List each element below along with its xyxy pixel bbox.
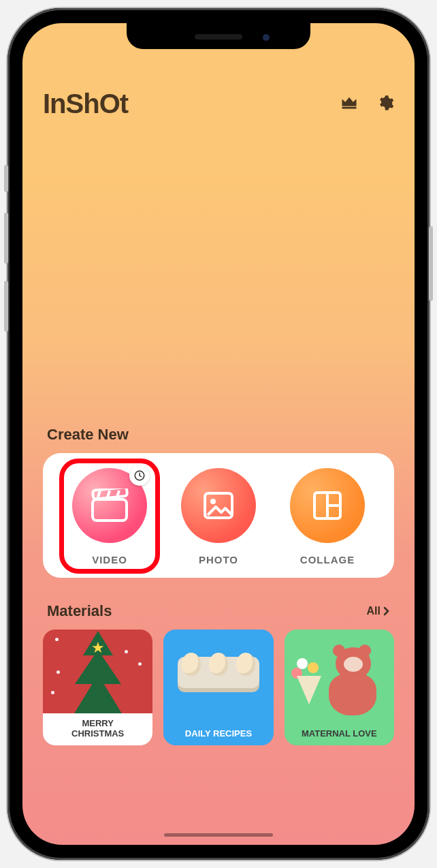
eggs-icon [178, 657, 259, 688]
create-item-label: VIDEO [92, 554, 127, 565]
material-label: DAILY RECIPES [163, 724, 273, 745]
recent-badge[interactable] [129, 465, 150, 486]
create-collage-button[interactable]: COLLAGE [273, 468, 382, 565]
material-label: MATERNAL LOVE [285, 724, 394, 745]
collage-icon [310, 489, 344, 523]
bouquet-icon [290, 658, 324, 704]
photo-circle [181, 468, 256, 543]
pro-crown-button[interactable] [340, 93, 359, 115]
photo-icon [201, 488, 236, 523]
create-video-button[interactable]: VIDEO [55, 468, 164, 565]
svg-point-8 [210, 499, 216, 504]
side-button [4, 281, 8, 332]
star-icon: ★ [91, 639, 105, 657]
phone-frame: InShOt Create New [7, 8, 430, 860]
bear-icon [321, 647, 383, 715]
settings-button[interactable] [376, 94, 394, 114]
top-icons [340, 93, 394, 115]
notch [127, 23, 310, 49]
chevron-right-icon [383, 606, 390, 616]
materials-header: Materials All [43, 602, 394, 620]
app-logo: InShOt [43, 89, 128, 119]
clapperboard-icon [91, 489, 129, 523]
material-card-christmas[interactable]: ★ MERRY CHRISTMAS [43, 630, 152, 745]
svg-rect-0 [342, 106, 357, 108]
material-card-recipes[interactable]: DAILY RECIPES [163, 630, 273, 745]
clock-icon [133, 469, 146, 482]
create-photo-button[interactable]: PHOTO [164, 468, 273, 565]
create-item-label: PHOTO [199, 554, 238, 565]
create-new-title: Create New [47, 426, 394, 444]
side-button [429, 226, 433, 301]
svg-rect-2 [93, 499, 127, 521]
material-card-maternal[interactable]: MATERNAL LOVE [285, 630, 394, 745]
app-content: InShOt Create New [22, 23, 415, 845]
side-button [4, 213, 8, 264]
material-label: MERRY CHRISTMAS [43, 713, 152, 745]
materials-row: ★ MERRY CHRISTMAS DAILY RECIPES [43, 630, 394, 745]
all-label: All [367, 605, 381, 617]
materials-all-button[interactable]: All [367, 605, 390, 617]
create-item-label: COLLAGE [300, 554, 355, 565]
screen: InShOt Create New [22, 23, 415, 845]
crown-icon [340, 93, 359, 112]
materials-title: Materials [47, 602, 112, 620]
gear-icon [376, 94, 394, 112]
side-button [4, 165, 8, 192]
video-circle [72, 468, 147, 543]
top-bar: InShOt [43, 89, 394, 119]
home-indicator[interactable] [164, 833, 273, 837]
create-new-card: VIDEO PHOTO [43, 453, 394, 578]
collage-circle [290, 468, 365, 543]
